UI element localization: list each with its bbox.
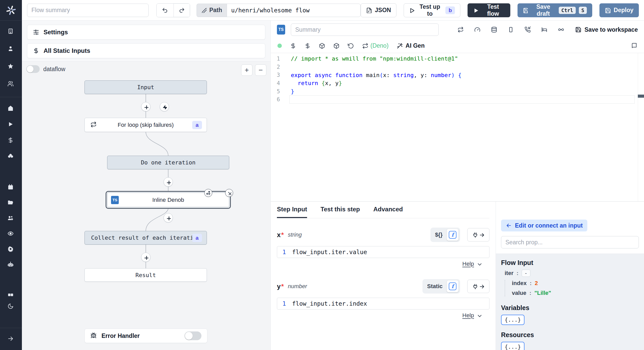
chevron-down-icon[interactable] — [477, 261, 482, 266]
runtime-switch[interactable]: (Deno) — [362, 42, 388, 49]
code-line-6[interactable]: 6 — [271, 95, 644, 104]
retries-icon[interactable] — [457, 27, 464, 33]
sidebar-item-groups[interactable] — [5, 213, 17, 223]
phone-incoming-icon[interactable] — [524, 27, 531, 33]
code-line-4[interactable]: 4 return {x, y} — [271, 79, 644, 87]
code-line-2[interactable]: 2 — [271, 63, 644, 71]
save-to-workspace-button[interactable]: Save to workspace — [575, 26, 638, 33]
node-do-one-iteration[interactable]: Do one iteration — [107, 156, 229, 169]
path-input[interactable] — [227, 4, 361, 17]
sidebar-expand[interactable] — [0, 328, 22, 350]
flow-summary-input[interactable] — [27, 4, 149, 17]
sidebar-item-settings[interactable] — [5, 244, 17, 254]
sidebar-item-favorites[interactable] — [5, 61, 17, 72]
path-button[interactable]: Path — [197, 4, 227, 17]
variables-object-button[interactable]: {...} — [501, 315, 524, 325]
tree-value-value[interactable]: "Lille" — [535, 290, 551, 296]
sidebar-item-resources[interactable] — [5, 151, 17, 162]
all-static-inputs-button[interactable]: All Static Inputs — [27, 43, 265, 58]
ai-gen-button[interactable]: AI Gen — [397, 42, 425, 49]
sidebar-item-runs[interactable] — [5, 119, 17, 130]
sidebar-item-workers[interactable] — [5, 260, 17, 270]
trigger-button[interactable] — [160, 102, 169, 111]
chevron-down-icon[interactable] — [477, 313, 482, 318]
edit-or-connect-button[interactable]: Edit or connect an input — [501, 220, 587, 231]
field-y-help-link[interactable]: Help — [462, 312, 474, 319]
tree-key-iter[interactable]: iter — [505, 270, 513, 277]
field-y-connect-button[interactable] — [467, 280, 489, 293]
close-icon — [227, 191, 231, 195]
zoom-in-button[interactable]: + — [241, 64, 252, 76]
add-step-button[interactable] — [164, 177, 173, 187]
tab-advanced[interactable]: Advanced — [373, 206, 403, 218]
editor-scrollbar[interactable] — [638, 53, 644, 201]
zoom-out-button[interactable]: − — [255, 64, 266, 76]
field-y-mode-label[interactable]: Static — [424, 283, 446, 290]
field-x-connect-button[interactable] — [467, 228, 489, 241]
node-input[interactable]: Input — [84, 80, 207, 94]
resource-type-box-icon[interactable] — [333, 43, 340, 49]
field-y-expr-toggle[interactable] — [447, 280, 459, 292]
mock-square-icon[interactable] — [508, 27, 514, 33]
node-result[interactable]: Result — [84, 268, 207, 282]
node-collect-result[interactable]: Collect result of each iteration a — [84, 231, 207, 245]
sidebar-item-variables[interactable] — [5, 135, 17, 146]
code-editor[interactable]: 1// import * as wmill from "npm:windmill… — [271, 53, 644, 201]
sidebar-item-home[interactable] — [5, 103, 17, 114]
infinity-icon[interactable] — [558, 27, 564, 33]
search-prop-input[interactable] — [501, 236, 639, 248]
contextual-dollar-icon[interactable] — [304, 43, 311, 49]
delete-node-button[interactable] — [225, 189, 233, 197]
code-line-5[interactable]: 5} — [271, 87, 644, 96]
add-step-button[interactable] — [164, 213, 173, 222]
field-y-expression-editor[interactable]: 1 flow_input.iter.index — [277, 298, 489, 310]
redo-button[interactable] — [173, 4, 190, 17]
sidebar-item-theme[interactable] — [5, 301, 17, 312]
sidebar-item-docs[interactable] — [5, 290, 17, 300]
tree-value-index[interactable]: 2 — [535, 280, 538, 287]
early-stop-gauge-icon[interactable] — [474, 27, 481, 33]
reset-rotate-ccw-icon[interactable] — [348, 43, 354, 49]
step-summary-input[interactable] — [291, 23, 439, 36]
move-node-button[interactable] — [204, 189, 212, 197]
sidebar-item-audit[interactable] — [5, 229, 17, 239]
sidebar-item-folders[interactable] — [5, 198, 17, 208]
error-handler-toggle[interactable] — [184, 331, 201, 340]
windmill-logo[interactable] — [0, 0, 22, 21]
json-button[interactable]: JSON — [361, 3, 396, 17]
sidebar-item-users[interactable] — [5, 79, 17, 89]
test-up-to-button[interactable]: Test up to b — [404, 3, 460, 17]
book-icon — [7, 292, 14, 299]
field-x-help-link[interactable]: Help — [462, 261, 474, 267]
resources-object-button[interactable]: {...} — [501, 342, 524, 350]
code-line-3[interactable]: 3export async function main(x: string, y… — [271, 71, 644, 79]
test-flow-button[interactable]: Test flow — [468, 3, 510, 17]
flow-settings-button[interactable]: Settings — [27, 25, 265, 40]
tree-key-index[interactable]: index — [512, 280, 527, 287]
undo-button[interactable] — [157, 4, 173, 17]
deploy-button[interactable]: Deploy — [599, 3, 639, 17]
tree-value-iter-collapsed[interactable]: - — [522, 270, 530, 277]
add-step-button[interactable] — [141, 102, 150, 111]
tab-test-this-step[interactable]: Test this step — [320, 206, 360, 218]
tab-step-input[interactable]: Step Input — [277, 206, 307, 218]
sidebar-item-user[interactable] — [5, 44, 17, 54]
add-step-button[interactable] — [141, 253, 150, 262]
code-line-1[interactable]: 1// import * as wmill from "npm:windmill… — [271, 55, 644, 63]
step-tabs: Step Input Test this step Advanced — [277, 202, 489, 218]
cache-database-icon[interactable] — [491, 27, 497, 33]
sidebar-item-schedules[interactable] — [5, 182, 17, 193]
tree-key-value[interactable]: value — [512, 290, 526, 296]
dataflow-toggle[interactable] — [26, 65, 40, 73]
node-for-loop[interactable]: For loop (skip failures) a — [84, 118, 207, 132]
sidebar-item-workspace[interactable] — [5, 26, 17, 37]
field-x-expr-toggle[interactable] — [447, 229, 459, 241]
variable-dollar-icon[interactable] — [290, 43, 296, 49]
calendar-icon — [7, 184, 14, 191]
field-x-expression-editor[interactable]: 1 flow_input.iter.value — [277, 246, 489, 258]
field-x-mode-label[interactable]: ${} — [432, 231, 446, 238]
save-draft-button[interactable]: Save draft CtrlS — [518, 3, 592, 17]
resource-box-icon[interactable] — [319, 43, 325, 49]
sleep-bed-icon[interactable] — [541, 27, 548, 33]
docs-book-icon[interactable] — [631, 43, 637, 49]
